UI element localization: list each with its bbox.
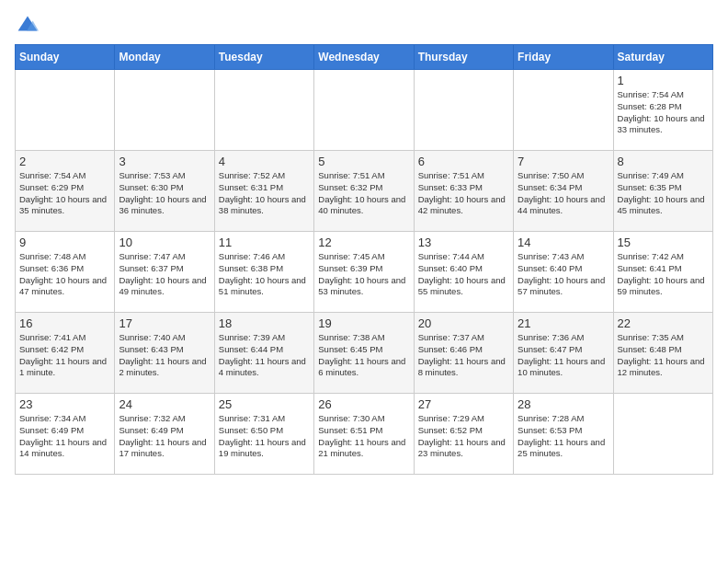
calendar-cell: 21Sunrise: 7:36 AM Sunset: 6:47 PM Dayli… xyxy=(514,313,613,394)
calendar-cell: 2Sunrise: 7:54 AM Sunset: 6:29 PM Daylig… xyxy=(16,151,115,232)
calendar-cell xyxy=(16,70,115,151)
day-header-thursday: Thursday xyxy=(414,45,513,70)
day-info: Sunrise: 7:42 AM Sunset: 6:41 PM Dayligh… xyxy=(618,251,709,298)
calendar-cell: 26Sunrise: 7:30 AM Sunset: 6:51 PM Dayli… xyxy=(314,394,414,475)
calendar-cell: 22Sunrise: 7:35 AM Sunset: 6:48 PM Dayli… xyxy=(613,313,712,394)
day-number: 7 xyxy=(518,155,609,168)
day-info: Sunrise: 7:38 AM Sunset: 6:45 PM Dayligh… xyxy=(318,332,409,379)
calendar-table: SundayMondayTuesdayWednesdayThursdayFrid… xyxy=(15,44,713,475)
day-number: 17 xyxy=(119,316,210,330)
calendar-cell xyxy=(414,70,513,151)
day-info: Sunrise: 7:34 AM Sunset: 6:49 PM Dayligh… xyxy=(19,413,110,460)
logo xyxy=(15,15,39,37)
day-info: Sunrise: 7:39 AM Sunset: 6:44 PM Dayligh… xyxy=(219,332,310,379)
calendar-cell: 9Sunrise: 7:48 AM Sunset: 6:36 PM Daylig… xyxy=(16,232,115,313)
calendar-cell xyxy=(115,70,214,151)
day-number: 3 xyxy=(119,155,210,168)
day-info: Sunrise: 7:48 AM Sunset: 6:36 PM Dayligh… xyxy=(19,251,110,298)
page-header xyxy=(15,15,713,37)
calendar-cell: 8Sunrise: 7:49 AM Sunset: 6:35 PM Daylig… xyxy=(613,151,712,232)
day-info: Sunrise: 7:31 AM Sunset: 6:50 PM Dayligh… xyxy=(219,413,310,460)
day-header-wednesday: Wednesday xyxy=(314,45,414,70)
day-info: Sunrise: 7:40 AM Sunset: 6:43 PM Dayligh… xyxy=(119,332,210,379)
calendar-cell xyxy=(514,70,613,151)
logo-icon xyxy=(17,15,39,37)
day-number: 26 xyxy=(318,397,409,411)
day-info: Sunrise: 7:30 AM Sunset: 6:51 PM Dayligh… xyxy=(318,413,409,460)
day-info: Sunrise: 7:45 AM Sunset: 6:39 PM Dayligh… xyxy=(318,251,409,298)
calendar-cell: 23Sunrise: 7:34 AM Sunset: 6:49 PM Dayli… xyxy=(16,394,115,475)
day-number: 5 xyxy=(318,155,409,168)
week-row: 1Sunrise: 7:54 AM Sunset: 6:28 PM Daylig… xyxy=(16,70,713,151)
day-info: Sunrise: 7:37 AM Sunset: 6:46 PM Dayligh… xyxy=(418,332,509,379)
day-header-monday: Monday xyxy=(115,45,214,70)
day-number: 27 xyxy=(418,397,509,411)
calendar-cell: 4Sunrise: 7:52 AM Sunset: 6:31 PM Daylig… xyxy=(214,151,313,232)
calendar-cell: 18Sunrise: 7:39 AM Sunset: 6:44 PM Dayli… xyxy=(214,313,313,394)
day-number: 18 xyxy=(219,316,310,330)
day-header-row: SundayMondayTuesdayWednesdayThursdayFrid… xyxy=(16,45,713,70)
week-row: 2Sunrise: 7:54 AM Sunset: 6:29 PM Daylig… xyxy=(16,151,713,232)
day-number: 10 xyxy=(119,236,210,249)
calendar-cell: 25Sunrise: 7:31 AM Sunset: 6:50 PM Dayli… xyxy=(214,394,313,475)
calendar-cell xyxy=(314,70,414,151)
day-number: 6 xyxy=(418,155,509,168)
day-header-friday: Friday xyxy=(514,45,613,70)
calendar-cell xyxy=(214,70,313,151)
calendar-cell: 19Sunrise: 7:38 AM Sunset: 6:45 PM Dayli… xyxy=(314,313,414,394)
calendar-cell: 27Sunrise: 7:29 AM Sunset: 6:52 PM Dayli… xyxy=(414,394,513,475)
day-header-tuesday: Tuesday xyxy=(214,45,313,70)
calendar-cell: 13Sunrise: 7:44 AM Sunset: 6:40 PM Dayli… xyxy=(414,232,513,313)
calendar-cell: 20Sunrise: 7:37 AM Sunset: 6:46 PM Dayli… xyxy=(414,313,513,394)
day-number: 12 xyxy=(318,236,409,249)
day-number: 25 xyxy=(219,397,310,411)
day-info: Sunrise: 7:53 AM Sunset: 6:30 PM Dayligh… xyxy=(119,170,210,217)
day-number: 14 xyxy=(518,236,609,249)
day-info: Sunrise: 7:52 AM Sunset: 6:31 PM Dayligh… xyxy=(219,170,310,217)
day-number: 13 xyxy=(418,236,509,249)
day-info: Sunrise: 7:51 AM Sunset: 6:32 PM Dayligh… xyxy=(318,170,409,217)
week-row: 9Sunrise: 7:48 AM Sunset: 6:36 PM Daylig… xyxy=(16,232,713,313)
day-number: 9 xyxy=(19,236,110,249)
calendar-cell: 16Sunrise: 7:41 AM Sunset: 6:42 PM Dayli… xyxy=(16,313,115,394)
day-number: 16 xyxy=(19,316,110,330)
day-header-sunday: Sunday xyxy=(16,45,115,70)
calendar-cell: 7Sunrise: 7:50 AM Sunset: 6:34 PM Daylig… xyxy=(514,151,613,232)
day-info: Sunrise: 7:35 AM Sunset: 6:48 PM Dayligh… xyxy=(618,332,709,379)
day-number: 19 xyxy=(318,316,409,330)
calendar-cell: 12Sunrise: 7:45 AM Sunset: 6:39 PM Dayli… xyxy=(314,232,414,313)
day-info: Sunrise: 7:46 AM Sunset: 6:38 PM Dayligh… xyxy=(219,251,310,298)
day-number: 4 xyxy=(219,155,310,168)
day-number: 1 xyxy=(618,74,709,87)
day-number: 2 xyxy=(19,155,110,168)
week-row: 16Sunrise: 7:41 AM Sunset: 6:42 PM Dayli… xyxy=(16,313,713,394)
day-info: Sunrise: 7:54 AM Sunset: 6:29 PM Dayligh… xyxy=(19,170,110,217)
day-number: 8 xyxy=(618,155,709,168)
day-number: 23 xyxy=(19,397,110,411)
day-info: Sunrise: 7:32 AM Sunset: 6:49 PM Dayligh… xyxy=(119,413,210,460)
day-number: 20 xyxy=(418,316,509,330)
day-info: Sunrise: 7:47 AM Sunset: 6:37 PM Dayligh… xyxy=(119,251,210,298)
day-info: Sunrise: 7:54 AM Sunset: 6:28 PM Dayligh… xyxy=(618,89,709,136)
calendar-cell: 1Sunrise: 7:54 AM Sunset: 6:28 PM Daylig… xyxy=(613,70,712,151)
calendar-cell: 5Sunrise: 7:51 AM Sunset: 6:32 PM Daylig… xyxy=(314,151,414,232)
calendar-cell: 24Sunrise: 7:32 AM Sunset: 6:49 PM Dayli… xyxy=(115,394,214,475)
day-info: Sunrise: 7:44 AM Sunset: 6:40 PM Dayligh… xyxy=(418,251,509,298)
day-header-saturday: Saturday xyxy=(613,45,712,70)
day-number: 28 xyxy=(518,397,609,411)
calendar-cell: 17Sunrise: 7:40 AM Sunset: 6:43 PM Dayli… xyxy=(115,313,214,394)
calendar-cell: 11Sunrise: 7:46 AM Sunset: 6:38 PM Dayli… xyxy=(214,232,313,313)
day-info: Sunrise: 7:43 AM Sunset: 6:40 PM Dayligh… xyxy=(518,251,609,298)
day-info: Sunrise: 7:28 AM Sunset: 6:53 PM Dayligh… xyxy=(518,413,609,460)
calendar-cell: 3Sunrise: 7:53 AM Sunset: 6:30 PM Daylig… xyxy=(115,151,214,232)
day-info: Sunrise: 7:50 AM Sunset: 6:34 PM Dayligh… xyxy=(518,170,609,217)
day-info: Sunrise: 7:36 AM Sunset: 6:47 PM Dayligh… xyxy=(518,332,609,379)
day-number: 11 xyxy=(219,236,310,249)
week-row: 23Sunrise: 7:34 AM Sunset: 6:49 PM Dayli… xyxy=(16,394,713,475)
day-info: Sunrise: 7:29 AM Sunset: 6:52 PM Dayligh… xyxy=(418,413,509,460)
day-info: Sunrise: 7:49 AM Sunset: 6:35 PM Dayligh… xyxy=(618,170,709,217)
day-info: Sunrise: 7:41 AM Sunset: 6:42 PM Dayligh… xyxy=(19,332,110,379)
day-info: Sunrise: 7:51 AM Sunset: 6:33 PM Dayligh… xyxy=(418,170,509,217)
calendar-cell: 14Sunrise: 7:43 AM Sunset: 6:40 PM Dayli… xyxy=(514,232,613,313)
calendar-cell xyxy=(613,394,712,475)
